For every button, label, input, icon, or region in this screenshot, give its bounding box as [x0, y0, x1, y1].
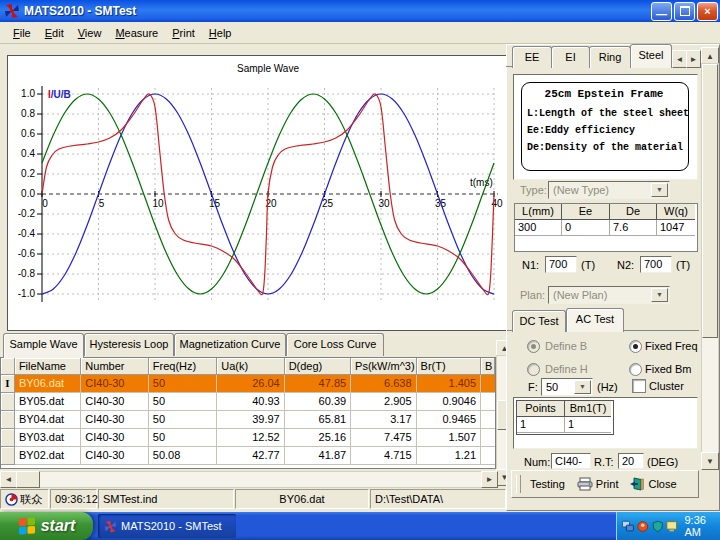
x-tick-label: 0 [42, 198, 48, 209]
title-bar[interactable]: MATS2010 - SMTest — × [0, 0, 720, 22]
sample-wave-chart: 1.00.80.60.40.20.0-0.2-0.4-0.6-0.8-1.005… [7, 55, 510, 331]
panel-vscroll-thumb[interactable] [702, 64, 718, 338]
tab-ee[interactable]: EE [512, 46, 552, 68]
toolbar-grip[interactable] [516, 475, 521, 493]
n2-label: N2: [617, 259, 634, 271]
chart-tab-strip: Sample Wave Hysteresis Loop Magnetizatio… [3, 333, 503, 357]
table-hscrollbar[interactable] [0, 471, 498, 488]
freq-combobox[interactable]: 50 ▼ [541, 378, 593, 396]
lianzhong-logo-icon [5, 493, 18, 506]
tab-ei[interactable]: EI [551, 46, 590, 68]
messenger-icon[interactable] [637, 520, 648, 533]
rt-unit: (DEG) [647, 456, 678, 468]
type-combobox[interactable]: (New Type) ▼ [548, 181, 670, 199]
table-hscroll-thumb[interactable] [16, 471, 40, 488]
tab-sample-wave[interactable]: Sample Wave [3, 333, 84, 358]
radio-fixed-freq[interactable] [629, 340, 642, 353]
y-axis-label: I/U/B [48, 89, 71, 100]
tab-ring[interactable]: Ring [589, 46, 631, 68]
n1-field[interactable]: 700 [545, 256, 577, 273]
statusbar-time: 09:36:12 [50, 489, 97, 509]
y-tick-label: -1.0 [18, 288, 36, 299]
print-button[interactable]: Print [571, 475, 625, 493]
row-selector-icon: I [5, 377, 9, 389]
security-icon[interactable] [652, 520, 663, 533]
x-axis-label: t(ms) [470, 177, 493, 188]
volume-icon[interactable] [666, 520, 678, 533]
statusbar-path: D:\Test\DATA\ [370, 489, 506, 509]
col-filename[interactable]: FileName [15, 358, 81, 375]
radio-define-h[interactable] [527, 363, 540, 376]
x-tick-label: 5 [99, 198, 105, 209]
param-row[interactable]: 300 0 7.6 1047 [515, 220, 697, 236]
table-header-row: FileName Number Freq(Hz) Ua(k) D(deg) Ps… [1, 358, 495, 375]
x-tick-label: 30 [378, 198, 390, 209]
radio-define-b[interactable] [527, 340, 540, 353]
specimen-param-table: L(mm) Ee De W(q) 300 0 7.6 1047 [514, 203, 698, 252]
cluster-label: Cluster [649, 380, 684, 393]
menu-measure[interactable]: Measure [108, 24, 165, 42]
col-number[interactable]: Number [81, 358, 148, 375]
table-row[interactable]: BY04.dat CI40-30 50 39.97 65.81 3.17 0.9… [1, 411, 495, 429]
radio-fixed-bm[interactable] [629, 363, 642, 376]
menu-view[interactable]: View [71, 24, 109, 42]
num-field[interactable]: CI40-30 [551, 453, 591, 469]
frame-info-title: 25cm Epstein Frame [514, 88, 694, 100]
menu-print[interactable]: Print [165, 24, 202, 42]
chevron-down-icon[interactable]: ▼ [574, 380, 591, 394]
param-col-w: W(q) [657, 204, 695, 220]
tab-ac-test[interactable]: AC Test [566, 308, 624, 332]
menu-edit[interactable]: Edit [38, 24, 71, 42]
table-row[interactable]: BY02.dat CI40-30 50.08 42.77 41.87 4.715… [1, 447, 495, 465]
table-row[interactable]: BY03.dat CI40-30 50 12.52 25.16 7.475 1.… [1, 429, 495, 447]
table-row[interactable]: BY05.dat CI40-30 50 40.93 60.39 2.905 0.… [1, 393, 495, 411]
y-tick-label: -0.8 [18, 268, 36, 279]
chart-title: Sample Wave [237, 63, 299, 74]
col-ps[interactable]: Ps(kW/m^3) [351, 358, 416, 375]
table-row[interactable]: I BY06.dat CI40-30 50 26.04 47.85 6.638 … [1, 375, 495, 393]
system-tray: 9:36 AM [616, 512, 720, 540]
chart-canvas: 1.00.80.60.40.20.0-0.2-0.4-0.6-0.8-1.005… [8, 56, 507, 328]
tab-core-loss-curve[interactable]: Core Loss Curve [286, 333, 384, 356]
chevron-down-icon[interactable]: ▼ [651, 183, 668, 197]
menu-help[interactable]: Help [202, 24, 239, 42]
n2-field[interactable]: 700 [640, 256, 672, 273]
chevron-down-icon[interactable]: ▼ [651, 288, 668, 302]
table-scroll-left-icon[interactable]: ◄ [0, 471, 17, 488]
points-row[interactable]: 1 1 [517, 417, 613, 433]
minimize-button[interactable]: — [651, 2, 672, 21]
cluster-checkbox[interactable] [632, 379, 646, 393]
results-table: FileName Number Freq(Hz) Ua(k) D(deg) Ps… [0, 357, 496, 469]
panel-scroll-down-icon[interactable]: ▼ [701, 452, 719, 470]
tray-clock: 9:36 AM [685, 514, 720, 538]
testing-button[interactable]: Testing [524, 476, 571, 492]
statusbar-current-file: BY06.dat [235, 489, 369, 509]
tab-dc-test[interactable]: DC Test [512, 310, 566, 332]
menu-file[interactable]: File [6, 24, 38, 42]
network-icon[interactable] [622, 520, 634, 533]
tab-scroll-right-icon[interactable]: ► [686, 50, 701, 68]
col-br[interactable]: Br(T) [417, 358, 481, 375]
restore-button[interactable] [674, 2, 695, 21]
close-button-toolbar[interactable]: Close [624, 475, 682, 493]
rt-field[interactable]: 20 [618, 453, 644, 469]
taskbar-app-button[interactable]: MATS2010 - SMTest [98, 514, 236, 538]
plan-combobox[interactable]: (New Plan) ▼ [548, 286, 670, 304]
tab-scroll-left-icon[interactable]: ◄ [672, 50, 687, 68]
col-ua[interactable]: Ua(k) [217, 358, 284, 375]
param-col-l: L(mm) [515, 204, 562, 220]
radio-fixed-bm-label: Fixed Bm [645, 363, 691, 376]
col-d[interactable]: D(deg) [285, 358, 351, 375]
y-tick-label: -0.4 [18, 228, 36, 239]
y-tick-label: 0.2 [21, 168, 35, 179]
windows-logo-icon [18, 516, 36, 535]
tab-steel[interactable]: Steel [630, 44, 672, 68]
table-scroll-right-icon[interactable]: ► [481, 471, 498, 488]
y-tick-label: 0.4 [21, 148, 35, 159]
start-button[interactable]: start [0, 512, 93, 540]
tab-hysteresis-loop[interactable]: Hysteresis Loop [84, 333, 174, 356]
close-button[interactable]: × [697, 2, 718, 21]
n2-unit: (T) [676, 259, 690, 271]
tab-magnetization-curve[interactable]: Magnetization Curve [174, 333, 286, 356]
col-freq[interactable]: Freq(Hz) [149, 358, 217, 375]
